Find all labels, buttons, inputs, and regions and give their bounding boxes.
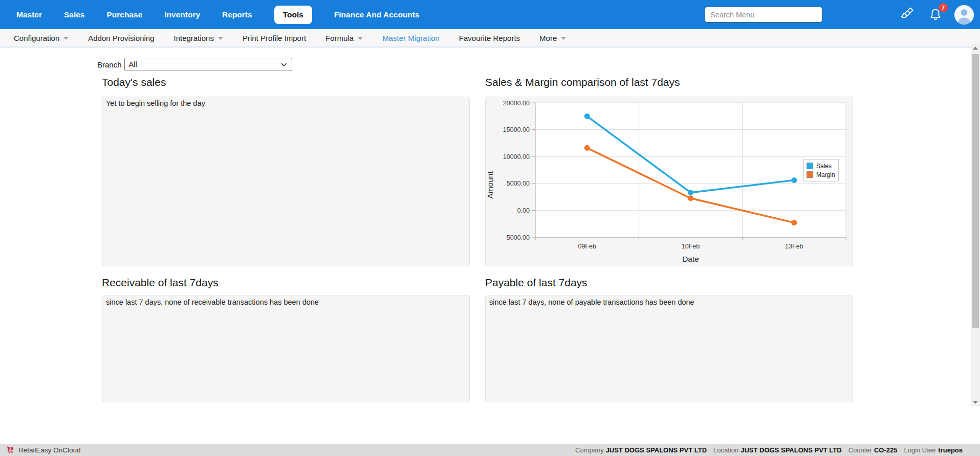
x-tick-label: 13Feb xyxy=(785,243,803,250)
x-tick-label: 10Feb xyxy=(682,243,700,250)
retaileasy-dashboard: MasterSalesPurchaseInventoryReportsTools… xyxy=(0,0,980,456)
top-nav-bar: MasterSalesPurchaseInventoryReportsTools… xyxy=(0,0,980,29)
status-field-value: JUST DOGS SPALONS PVT LTD xyxy=(606,446,707,454)
branch-select[interactable]: All xyxy=(124,58,292,71)
primary-nav: MasterSalesPurchaseInventoryReportsTools… xyxy=(16,6,420,24)
nav-item-reports[interactable]: Reports xyxy=(222,10,252,19)
menu-item-label: More xyxy=(539,34,557,42)
x-axis-title: Date xyxy=(682,255,699,263)
secondary-menu-bar: ConfigurationAddon ProvisioningIntegrati… xyxy=(0,29,980,48)
menu-item-label: Master Migration xyxy=(382,34,440,42)
nav-item-sales[interactable]: Sales xyxy=(64,10,85,19)
y-tick-label: 15000.00 xyxy=(503,126,530,133)
payable-empty-message: since last 7 days, none of payable trans… xyxy=(486,296,853,308)
payable-title: Payable of last 7days xyxy=(485,277,587,289)
y-tick-label: 0.00 xyxy=(517,207,530,214)
menu-item-label: Print Profile Import xyxy=(243,34,306,42)
sales-margin-line-chart: 20000.0015000.0010000.005000.000.00-5000… xyxy=(486,97,853,266)
legend-label: Margin xyxy=(816,171,835,178)
data-point-sales-09feb xyxy=(584,113,590,119)
nav-item-purchase[interactable]: Purchase xyxy=(106,10,142,19)
data-point-margin-09feb xyxy=(584,145,590,151)
status-field-label: Company xyxy=(575,446,604,454)
chevron-down-icon xyxy=(280,61,288,69)
triangle-up-icon xyxy=(973,47,978,50)
legend-label: Sales xyxy=(816,163,832,170)
menu-item-favourite-reports[interactable]: Favourite Reports xyxy=(459,34,520,42)
nav-item-inventory[interactable]: Inventory xyxy=(164,10,200,19)
y-tick-label: 10000.00 xyxy=(503,153,530,161)
menu-item-formula[interactable]: Formula xyxy=(325,34,363,42)
status-field-company: CompanyJUST DOGS SPALONS PVT LTD xyxy=(575,446,707,454)
chevron-down-icon xyxy=(358,37,363,40)
data-point-margin-10feb xyxy=(688,195,693,201)
menu-item-label: Integrations xyxy=(174,34,214,42)
user-avatar-icon xyxy=(954,17,974,25)
nav-item-finance-and-accounts[interactable]: Finance And Accounts xyxy=(334,10,420,19)
todays-sales-empty-message: Yet to begin selling for the day xyxy=(102,97,469,109)
branch-label: Branch xyxy=(97,60,122,69)
y-tick-label: 20000.00 xyxy=(503,100,530,107)
data-point-margin-13feb xyxy=(791,220,797,225)
menu-item-configuration[interactable]: Configuration xyxy=(14,34,69,42)
menu-item-label: Favourite Reports xyxy=(459,34,520,42)
status-field-login-user: Login Usertruepos xyxy=(904,446,963,454)
triangle-down-icon xyxy=(973,401,978,404)
branch-filter: Branch All xyxy=(97,58,292,71)
status-field-value: truepos xyxy=(938,446,963,454)
paintbrush-icon xyxy=(900,7,914,22)
menu-item-label: Configuration xyxy=(14,34,59,42)
status-field-label: Location xyxy=(713,446,738,454)
status-field-label: Counter xyxy=(848,446,872,454)
chevron-down-icon xyxy=(218,37,223,40)
chevron-down-icon xyxy=(561,37,566,40)
scroll-up-button[interactable] xyxy=(971,44,980,52)
status-fields: CompanyJUST DOGS SPALONS PVT LTDLocation… xyxy=(575,446,963,454)
notifications-button[interactable]: 7 xyxy=(928,7,943,22)
todays-sales-panel: Yet to begin selling for the day xyxy=(102,97,470,266)
search-input[interactable] xyxy=(705,7,822,22)
chart-legend: SalesMargin xyxy=(803,159,839,181)
y-tick-label: -5000.00 xyxy=(505,234,530,241)
brand: RE RetailEasy OnCloud xyxy=(6,446,81,454)
menu-item-more[interactable]: More xyxy=(539,34,566,42)
todays-sales-title: Today's sales xyxy=(102,76,166,88)
receivable-panel: since last 7 days, none of receivable tr… xyxy=(102,295,470,402)
receivable-title: Receivable of last 7days xyxy=(102,277,219,289)
notification-badge: 7 xyxy=(939,3,948,12)
vertical-scrollbar[interactable] xyxy=(971,44,980,406)
status-field-location: LocationJUST DOGS SPALONS PVT LTD xyxy=(713,446,842,454)
payable-panel: since last 7 days, none of payable trans… xyxy=(485,295,853,402)
menu-item-label: Addon Provisioning xyxy=(88,34,154,42)
scroll-down-button[interactable] xyxy=(971,398,980,406)
chevron-down-icon xyxy=(63,37,69,40)
user-avatar-button[interactable] xyxy=(954,5,974,25)
legend-item-sales: Sales xyxy=(807,162,835,170)
brand-name: RetailEasy OnCloud xyxy=(18,446,81,454)
scrollbar-thumb[interactable] xyxy=(972,54,979,328)
menu-item-addon-provisioning[interactable]: Addon Provisioning xyxy=(88,34,154,42)
status-bar: RE RetailEasy OnCloud CompanyJUST DOGS S… xyxy=(0,444,980,456)
legend-swatch-margin xyxy=(807,171,813,178)
branch-select-value: All xyxy=(129,60,137,69)
data-point-sales-10feb xyxy=(688,190,693,195)
menu-item-master-migration[interactable]: Master Migration xyxy=(382,34,440,42)
data-point-sales-13feb xyxy=(791,177,797,183)
status-field-value: CO-225 xyxy=(874,446,898,454)
sales-margin-chart-panel: 20000.0015000.0010000.005000.000.00-5000… xyxy=(485,97,853,266)
menu-item-print-profile-import[interactable]: Print Profile Import xyxy=(243,34,306,42)
nav-item-tools[interactable]: Tools xyxy=(274,6,312,24)
receivable-empty-message: since last 7 days, none of receivable tr… xyxy=(102,296,469,308)
nav-item-master[interactable]: Master xyxy=(16,10,42,19)
menu-item-integrations[interactable]: Integrations xyxy=(174,34,223,42)
x-tick-label: 09Feb xyxy=(578,243,596,250)
legend-swatch-sales xyxy=(807,163,813,169)
paintbrush-theme-button[interactable] xyxy=(899,7,914,22)
status-field-label: Login User xyxy=(904,446,936,454)
retaileasy-logo-icon: RE xyxy=(6,446,15,454)
status-field-counter: CounterCO-225 xyxy=(848,446,898,454)
y-tick-label: 5000.00 xyxy=(507,180,530,187)
legend-item-margin: Margin xyxy=(807,170,835,179)
sales-margin-title: Sales & Margin comparison of last 7days xyxy=(485,76,680,88)
status-field-value: JUST DOGS SPALONS PVT LTD xyxy=(741,446,841,454)
